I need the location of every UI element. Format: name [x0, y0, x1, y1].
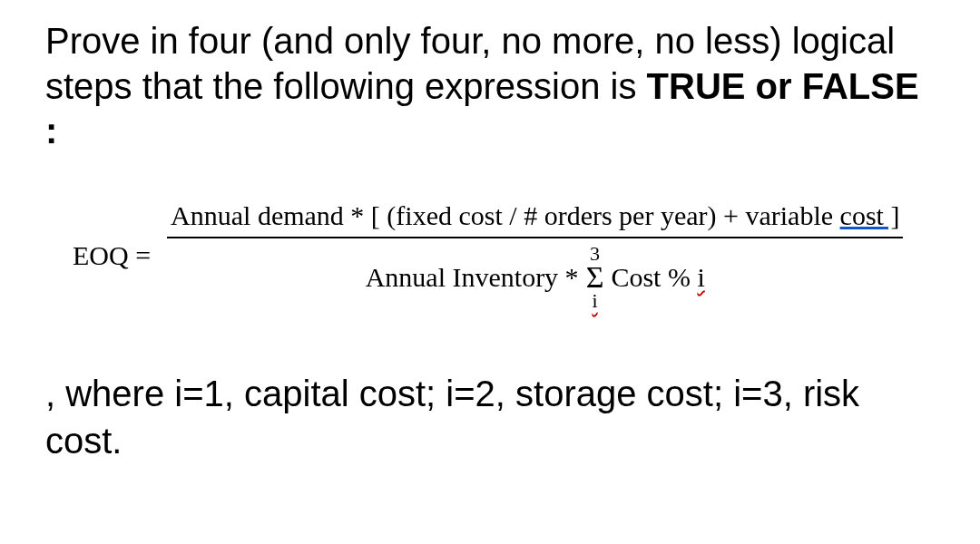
- where-clause: , where i=1, capital cost; i=2, storage …: [45, 370, 935, 464]
- denom-left: Annual Inventory *: [366, 262, 579, 293]
- equation-numerator: Annual demand * [ (fixed cost / # orders…: [167, 200, 903, 237]
- denom-index-i: i: [697, 262, 704, 292]
- equation-lhs: EOQ =: [73, 240, 151, 271]
- prompt-bold: TRUE or FALSE: [647, 66, 919, 106]
- equation-fraction: Annual demand * [ (fixed cost / # orders…: [167, 200, 903, 311]
- sigma-icon: 3 Σ i: [586, 244, 604, 311]
- numerator-text: Annual demand * [ (fixed cost / # orders…: [171, 200, 839, 230]
- denom-right: Cost % i: [611, 262, 704, 293]
- denom-right-text: Cost %: [611, 262, 697, 292]
- prompt-heading: Prove in four (and only four, no more, n…: [45, 18, 935, 109]
- eoq-equation: EOQ = Annual demand * [ (fixed cost / # …: [45, 200, 935, 311]
- sigma-lower-bound: i: [592, 291, 597, 311]
- numerator-underlined: cost ]: [840, 200, 900, 230]
- document-page: Prove in four (and only four, no more, n…: [0, 0, 980, 482]
- prompt-colon: :: [45, 111, 935, 151]
- sigma-symbol: Σ: [586, 262, 604, 293]
- equation-denominator: Annual Inventory * 3 Σ i Cost % i: [362, 238, 709, 311]
